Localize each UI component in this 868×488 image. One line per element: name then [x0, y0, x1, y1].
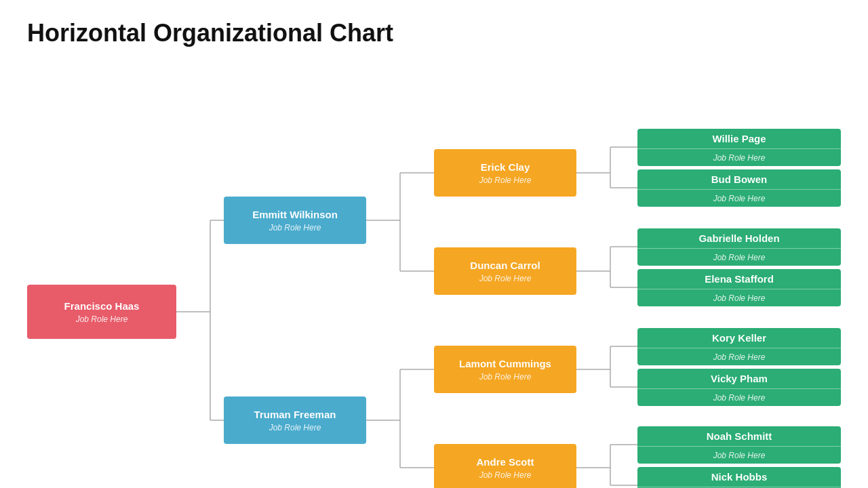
- node-l2-3[interactable]: Lamont Cummings Job Role Here: [434, 346, 576, 393]
- node-l2-2[interactable]: Duncan Carrol Job Role Here: [434, 247, 576, 295]
- node-l3-6[interactable]: Vicky Pham Job Role Here: [637, 369, 841, 406]
- node-l3-4[interactable]: Elena Stafford Job Role Here: [637, 269, 841, 306]
- node-l1-top[interactable]: Emmitt Wilkinson Job Role Here: [224, 197, 366, 244]
- node-l1-bot[interactable]: Truman Freeman Job Role Here: [224, 396, 366, 444]
- chart-area: Francisco Haas Job Role Here Emmitt Wilk…: [0, 54, 868, 488]
- node-l2-1[interactable]: Erick Clay Job Role Here: [434, 149, 576, 197]
- node-l3-2[interactable]: Bud Bowen Job Role Here: [637, 169, 841, 207]
- node-l3-8[interactable]: Nick Hobbs Job Role Here: [637, 467, 841, 488]
- node-l2-4[interactable]: Andre Scott Job Role Here: [434, 444, 576, 488]
- node-l3-5[interactable]: Kory Keller Job Role Here: [637, 328, 841, 365]
- page-title: Horizontal Organizational Chart: [0, 0, 868, 54]
- node-root[interactable]: Francisco Haas Job Role Here: [27, 285, 176, 339]
- node-l3-3[interactable]: Gabrielle Holden Job Role Here: [637, 228, 841, 266]
- node-l3-1[interactable]: Willie Page Job Role Here: [637, 129, 841, 166]
- node-l3-7[interactable]: Noah Schmitt Job Role Here: [637, 426, 841, 464]
